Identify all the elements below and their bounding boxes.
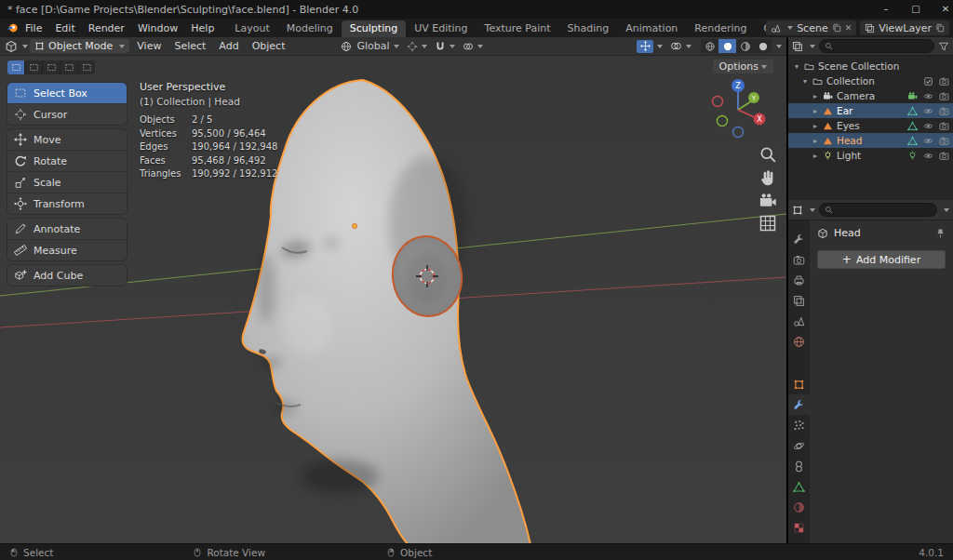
properties-tab-texture[interactable] (788, 517, 810, 538)
properties-tab-physics[interactable] (788, 435, 810, 456)
options-dropdown[interactable]: Options (713, 60, 773, 73)
eye-icon[interactable] (923, 151, 933, 161)
properties-tab-modifiers[interactable] (788, 394, 810, 415)
properties-tab-output[interactable] (788, 270, 810, 290)
eye-icon[interactable] (923, 121, 933, 131)
render-visibility-icon[interactable] (939, 151, 949, 161)
eye-icon[interactable] (923, 106, 933, 116)
outliner-row-head[interactable]: ▸ Head (788, 133, 953, 148)
outliner-search[interactable] (819, 39, 934, 53)
tab-texture-paint[interactable]: Texture Paint (476, 20, 559, 37)
view-layer-selector[interactable]: ViewLayer (860, 20, 949, 35)
properties-tab-scene[interactable] (788, 311, 810, 331)
checkbox-icon[interactable] (923, 76, 933, 87)
tab-sculpting[interactable]: Sculpting (342, 20, 406, 37)
eye-icon[interactable] (923, 91, 933, 101)
pan-hand-button[interactable] (758, 168, 777, 187)
outliner-row-light[interactable]: ▸ Light (788, 148, 953, 163)
close-button[interactable]: ✕ (931, 0, 953, 19)
render-visibility-icon[interactable] (939, 91, 949, 101)
shading-material-button[interactable] (736, 39, 754, 53)
axis-neg-y[interactable] (718, 116, 728, 127)
add-modifier-button[interactable]: + Add Modifier (817, 250, 946, 269)
pivot-point-dropdown[interactable] (407, 41, 427, 52)
menu-file[interactable]: File (19, 22, 48, 34)
tab-rendering[interactable]: Rendering (686, 20, 755, 37)
outliner-row-scene-collection[interactable]: ▾ Scene Collection (788, 59, 953, 73)
outliner-row-ear[interactable]: ▸ Ear (788, 103, 953, 118)
filter-icon[interactable] (938, 41, 949, 52)
select-mode-extend-button[interactable] (25, 60, 43, 74)
gizmo-toggle[interactable] (637, 40, 663, 53)
new-scene-icon[interactable] (832, 23, 841, 33)
pin-icon[interactable] (935, 228, 946, 238)
proportional-edit-dropdown[interactable] (463, 41, 483, 52)
axis-neg-z[interactable] (733, 127, 744, 138)
menu-select[interactable]: Select (168, 40, 211, 52)
head-object[interactable] (242, 80, 530, 544)
tab-compositing[interactable]: Compositing (756, 20, 767, 37)
eye-icon[interactable] (923, 136, 933, 146)
properties-tab-view-layer[interactable] (788, 290, 810, 311)
navigation-gizmo[interactable]: Z Y X (701, 73, 775, 145)
tool-annotate[interactable]: Annotate (7, 219, 127, 240)
tab-shading[interactable]: Shading (559, 20, 618, 37)
editor-type-icon[interactable] (5, 40, 18, 53)
properties-tab-data[interactable] (788, 476, 810, 497)
render-visibility-icon[interactable] (939, 106, 949, 116)
snapping-dropdown[interactable] (435, 41, 455, 52)
zoom-button[interactable] (758, 145, 777, 164)
shading-wireframe-button[interactable] (701, 39, 718, 53)
tool-scale[interactable]: Scale (7, 172, 127, 193)
tool-measure[interactable]: Measure (7, 240, 127, 260)
overlays-toggle[interactable] (670, 40, 691, 52)
menu-object[interactable]: Object (247, 40, 291, 52)
axis-neg-x[interactable] (713, 97, 723, 107)
tab-animation[interactable]: Animation (617, 20, 686, 37)
mode-dropdown[interactable]: Object Mode (30, 39, 129, 53)
render-visibility-icon[interactable] (939, 136, 949, 146)
tool-add-cube[interactable]: Add Cube (7, 265, 127, 286)
minimize-button[interactable]: – (871, 0, 901, 19)
select-mode-invert-button[interactable] (60, 60, 78, 74)
properties-tab-particles[interactable] (788, 415, 810, 435)
select-mode-intersect-button[interactable] (78, 60, 95, 74)
outliner-search-input[interactable] (836, 41, 929, 51)
select-mode-subtract-button[interactable] (43, 60, 60, 74)
tool-select-box[interactable]: Select Box (7, 83, 127, 104)
tool-transform[interactable]: Transform (7, 193, 127, 214)
properties-search[interactable] (819, 203, 937, 217)
tab-layout[interactable]: Layout (226, 20, 277, 37)
unlink-scene-icon[interactable]: ✕ (845, 23, 852, 33)
properties-tab-world[interactable] (788, 331, 810, 352)
tool-move[interactable]: Move (7, 129, 127, 151)
viewport-canvas[interactable]: Options Select Box Cursor Move Rotat (0, 56, 786, 544)
properties-tab-material[interactable] (788, 497, 810, 517)
render-visibility-icon[interactable] (939, 76, 949, 87)
ortho-toggle-button[interactable] (758, 214, 777, 233)
menu-add[interactable]: Add (213, 40, 244, 52)
tab-modeling[interactable]: Modeling (278, 20, 342, 37)
outliner-row-collection[interactable]: ▾ Collection (788, 73, 953, 88)
outliner-row-camera[interactable]: ▸ Camera (788, 88, 953, 103)
tab-uv-editing[interactable]: UV Editing (406, 20, 476, 37)
select-mode-set-button[interactable] (7, 60, 25, 74)
tool-rotate[interactable]: Rotate (7, 151, 127, 172)
outliner-editor-icon[interactable] (792, 41, 803, 52)
render-visibility-icon[interactable] (939, 121, 949, 131)
outliner-row-eyes[interactable]: ▸ Eyes (788, 118, 953, 133)
properties-tab-constraints[interactable] (788, 456, 810, 476)
menu-edit[interactable]: Edit (48, 22, 81, 34)
menu-render[interactable]: Render (82, 22, 131, 34)
scene-selector[interactable]: Scene ✕ (766, 20, 856, 35)
tool-cursor[interactable]: Cursor (7, 104, 127, 125)
properties-search-input[interactable] (836, 205, 932, 215)
properties-editor-icon[interactable] (792, 205, 803, 216)
menu-view[interactable]: View (131, 40, 167, 52)
shading-rendered-button[interactable] (754, 39, 772, 53)
menu-window[interactable]: Window (131, 22, 184, 34)
maximize-button[interactable]: □ (901, 0, 931, 19)
transform-orientation-dropdown[interactable]: Global (341, 40, 398, 52)
camera-view-button[interactable] (758, 192, 777, 210)
menu-help[interactable]: Help (184, 22, 221, 34)
